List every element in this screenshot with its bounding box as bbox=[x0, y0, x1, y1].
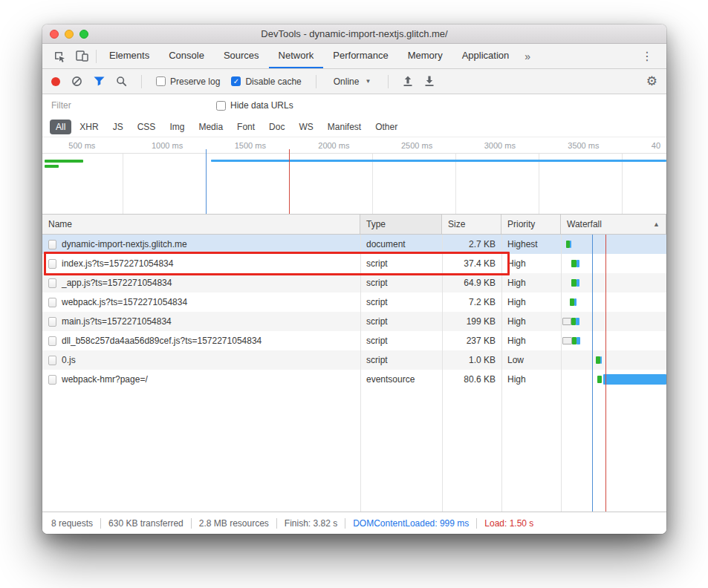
type-cell: script bbox=[360, 312, 442, 331]
table-row[interactable]: 0.jsscript1.0 KBLow bbox=[42, 350, 666, 370]
timeline-tick-label: 2500 ms bbox=[401, 141, 432, 150]
name-cell: dynamic-import-nextjs.glitch.me bbox=[42, 235, 360, 254]
divider bbox=[476, 518, 477, 529]
type-filter-css[interactable]: CSS bbox=[131, 120, 162, 134]
close-button[interactable] bbox=[50, 30, 59, 39]
size-cell: 237 KB bbox=[442, 331, 501, 350]
type-filter-font[interactable]: Font bbox=[231, 120, 261, 134]
preserve-log-checkbox[interactable] bbox=[156, 76, 166, 86]
waterfall-cell bbox=[561, 293, 666, 312]
name-cell: main.js?ts=1572271054834 bbox=[42, 312, 360, 331]
timeline-tick-label: 3000 ms bbox=[484, 141, 516, 150]
filter-funnel-icon[interactable] bbox=[94, 76, 105, 86]
table-row[interactable]: webpack.js?ts=1572271054834script7.2 KBH… bbox=[42, 293, 666, 312]
request-name: index.js?ts=1572271054834 bbox=[62, 258, 173, 269]
type-filter-js[interactable]: JS bbox=[107, 120, 129, 134]
import-har-icon[interactable] bbox=[403, 76, 413, 87]
export-har-icon[interactable] bbox=[424, 76, 435, 87]
minimize-button[interactable] bbox=[65, 30, 74, 39]
size-cell: 7.2 KB bbox=[442, 293, 501, 312]
table-row[interactable]: dll_b58c257da4aa56d89cef.js?ts=157227105… bbox=[42, 331, 666, 350]
type-filter-manifest[interactable]: Manifest bbox=[322, 120, 367, 134]
zoom-button[interactable] bbox=[79, 30, 88, 39]
name-cell: webpack.js?ts=1572271054834 bbox=[42, 293, 360, 312]
clear-icon[interactable] bbox=[71, 76, 82, 87]
device-toolbar-icon[interactable] bbox=[71, 44, 93, 68]
size-cell: 80.6 KB bbox=[442, 370, 501, 389]
dcl-marker-line bbox=[206, 149, 207, 214]
tab-elements[interactable]: Elements bbox=[100, 44, 159, 68]
waterfall-bar bbox=[577, 260, 579, 267]
column-separator bbox=[442, 235, 443, 512]
type-cell: script bbox=[360, 254, 442, 273]
settings-gear-icon[interactable]: ⚙ bbox=[646, 74, 657, 89]
title-bar[interactable]: DevTools - dynamic-import-nextjs.glitch.… bbox=[42, 24, 666, 44]
table-row[interactable]: index.js?ts=1572271054834script37.4 KBHi… bbox=[42, 254, 666, 273]
priority-cell: High bbox=[501, 273, 561, 293]
timeline-tick-label: 500 ms bbox=[68, 141, 95, 150]
load-marker-line bbox=[289, 149, 290, 214]
type-cell: script bbox=[360, 350, 442, 370]
table-row[interactable]: dynamic-import-nextjs.glitch.medocument2… bbox=[42, 235, 666, 254]
disable-cache-checkbox[interactable]: ✓ bbox=[231, 76, 241, 86]
hide-data-urls-toggle[interactable]: Hide data URLs bbox=[216, 100, 293, 111]
column-header-type[interactable]: Type bbox=[360, 215, 442, 234]
filter-input[interactable] bbox=[51, 100, 200, 111]
waterfall-bar bbox=[577, 337, 580, 344]
type-filter-all[interactable]: All bbox=[50, 120, 71, 134]
table-row[interactable]: webpack-hmr?page=/eventsource80.6 KBHigh bbox=[42, 370, 666, 389]
table-row[interactable]: _app.js?ts=1572271054834script64.9 KBHig… bbox=[42, 273, 666, 293]
file-icon bbox=[48, 336, 56, 346]
record-button[interactable] bbox=[51, 77, 60, 86]
type-filter-img[interactable]: Img bbox=[163, 120, 190, 134]
timeline-gridline bbox=[622, 154, 623, 214]
waterfall-bar bbox=[603, 374, 666, 385]
table-row[interactable]: main.js?ts=1572271054834script199 KBHigh bbox=[42, 312, 666, 331]
name-cell: dll_b58c257da4aa56d89cef.js?ts=157227105… bbox=[42, 331, 360, 350]
column-separator bbox=[561, 235, 562, 512]
column-header-priority[interactable]: Priority bbox=[501, 215, 561, 234]
load-marker-line bbox=[605, 235, 606, 512]
resource-type-filters: AllXHRJSCSSImgMediaFontDocWSManifestOthe… bbox=[42, 117, 666, 137]
tab-application[interactable]: Application bbox=[452, 44, 519, 68]
file-icon bbox=[48, 317, 56, 327]
column-header-label: Waterfall bbox=[567, 219, 602, 229]
throttling-select[interactable]: Online ▼ bbox=[331, 75, 374, 88]
more-tabs-chevron-icon[interactable]: » bbox=[519, 44, 536, 68]
throttling-value: Online bbox=[334, 76, 360, 87]
type-filter-media[interactable]: Media bbox=[192, 120, 229, 134]
tab-console[interactable]: Console bbox=[159, 44, 214, 68]
status-item: 8 requests bbox=[51, 518, 93, 529]
hide-data-urls-checkbox[interactable] bbox=[216, 101, 226, 111]
overview-bar bbox=[45, 160, 83, 163]
timeline-overview[interactable]: 500 ms1000 ms1500 ms2000 ms2500 ms3000 m… bbox=[42, 137, 666, 215]
column-header-size[interactable]: Size bbox=[442, 215, 501, 234]
timeline-ruler: 500 ms1000 ms1500 ms2000 ms2500 ms3000 m… bbox=[42, 137, 666, 154]
column-header-name[interactable]: Name bbox=[42, 215, 360, 234]
type-filter-other[interactable]: Other bbox=[369, 120, 403, 134]
tab-sources[interactable]: Sources bbox=[214, 44, 269, 68]
tab-memory[interactable]: Memory bbox=[398, 44, 452, 68]
preserve-log-toggle[interactable]: Preserve log bbox=[156, 76, 220, 87]
tab-network[interactable]: Network bbox=[269, 44, 324, 68]
search-icon[interactable] bbox=[116, 76, 127, 87]
size-cell: 64.9 KB bbox=[442, 273, 501, 293]
waterfall-bar bbox=[600, 356, 602, 364]
type-filter-ws[interactable]: WS bbox=[293, 120, 319, 134]
waterfall-bar bbox=[562, 318, 571, 325]
size-cell: 1.0 KB bbox=[442, 350, 501, 370]
inspect-element-icon[interactable] bbox=[48, 44, 71, 68]
type-filter-doc[interactable]: Doc bbox=[263, 120, 290, 134]
name-cell: _app.js?ts=1572271054834 bbox=[42, 273, 360, 293]
priority-cell: High bbox=[501, 370, 561, 389]
tab-performance[interactable]: Performance bbox=[323, 44, 397, 68]
waterfall-bar bbox=[597, 376, 602, 383]
timeline-gridline bbox=[372, 154, 373, 214]
size-cell: 37.4 KB bbox=[442, 254, 501, 273]
column-header-waterfall[interactable]: Waterfall▲ bbox=[561, 215, 666, 234]
disable-cache-toggle[interactable]: ✓ Disable cache bbox=[231, 76, 301, 87]
waterfall-cell bbox=[561, 370, 666, 389]
hide-data-urls-label: Hide data URLs bbox=[230, 100, 293, 111]
type-filter-xhr[interactable]: XHR bbox=[74, 120, 104, 134]
kebab-menu-icon[interactable]: ⋮ bbox=[634, 44, 660, 68]
